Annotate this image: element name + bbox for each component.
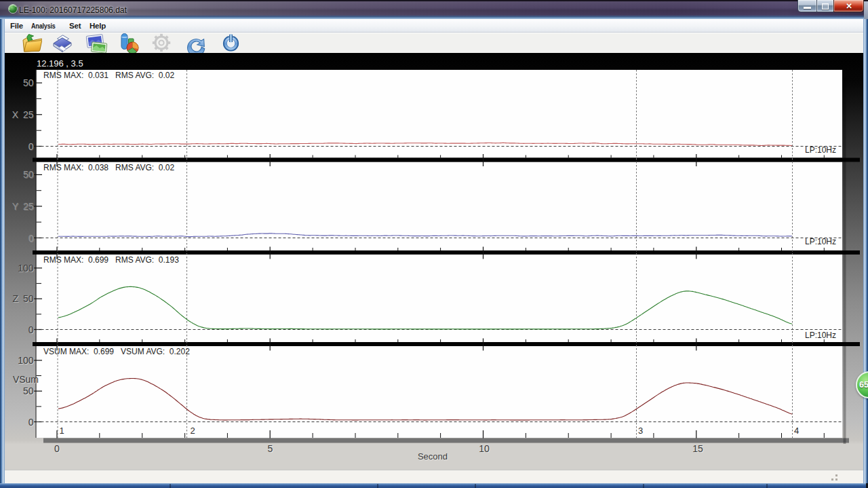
svg-text:3: 3 bbox=[638, 426, 643, 436]
svg-text:100: 100 bbox=[18, 263, 34, 274]
svg-text:VSum: VSum bbox=[13, 374, 39, 385]
svg-text:LP:10Hz: LP:10Hz bbox=[805, 145, 836, 155]
svg-text:15: 15 bbox=[692, 443, 703, 454]
svg-text:0: 0 bbox=[28, 141, 34, 152]
svg-text:50: 50 bbox=[23, 293, 34, 304]
svg-text:25: 25 bbox=[23, 109, 34, 120]
svg-text:4: 4 bbox=[794, 426, 799, 436]
svg-text:0: 0 bbox=[54, 443, 60, 454]
svg-text:RMS MAX: 0.031 RMS AVG: 0.: RMS MAX: 0.031 RMS AVG: 0.02 bbox=[43, 71, 175, 80]
svg-text:1: 1 bbox=[60, 426, 64, 436]
svg-text:0: 0 bbox=[28, 417, 34, 428]
svg-text:VSUM MAX: 0.699 VSUM AVG:: VSUM MAX: 0.699 VSUM AVG: 0.202 bbox=[43, 347, 190, 356]
svg-text:12.196 , 3.5: 12.196 , 3.5 bbox=[37, 58, 83, 69]
svg-text:Second: Second bbox=[418, 451, 448, 462]
svg-text:0: 0 bbox=[28, 233, 34, 244]
svg-text:100: 100 bbox=[18, 355, 34, 366]
svg-text:25: 25 bbox=[23, 201, 34, 212]
svg-text:Y: Y bbox=[12, 201, 19, 212]
svg-text:RMS MAX: 0.038 RMS AVG: 0.: RMS MAX: 0.038 RMS AVG: 0.02 bbox=[43, 163, 175, 172]
svg-text:10: 10 bbox=[479, 443, 490, 454]
svg-text:Z: Z bbox=[12, 293, 18, 304]
svg-text:50: 50 bbox=[23, 77, 34, 88]
svg-text:2: 2 bbox=[191, 426, 195, 436]
svg-text:LP:10Hz: LP:10Hz bbox=[805, 237, 836, 246]
svg-text:LP:10Hz: LP:10Hz bbox=[805, 331, 836, 340]
svg-text:RMS MAX: 0.699 RMS AVG: 0.: RMS MAX: 0.699 RMS AVG: 0.193 bbox=[43, 255, 179, 265]
svg-text:0: 0 bbox=[28, 324, 34, 335]
svg-text:X: X bbox=[12, 109, 19, 120]
svg-text:5: 5 bbox=[268, 443, 273, 454]
svg-text:50: 50 bbox=[23, 169, 34, 180]
svg-text:50: 50 bbox=[23, 386, 34, 396]
